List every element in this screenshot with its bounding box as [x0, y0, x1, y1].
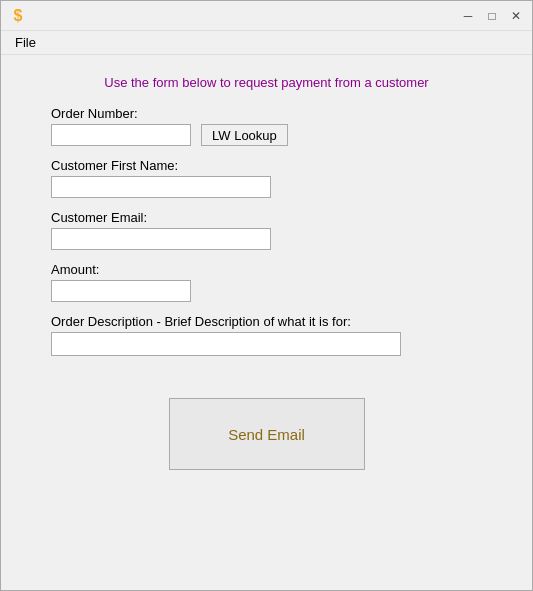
amount-group: Amount: [51, 262, 482, 302]
instruction-text: Use the form below to request payment fr… [51, 75, 482, 90]
customer-email-group: Customer Email: [51, 210, 482, 250]
content-area: Use the form below to request payment fr… [1, 55, 532, 590]
minimize-button[interactable]: ─ [460, 8, 476, 24]
file-menu[interactable]: File [7, 33, 44, 52]
title-bar-controls: ─ □ ✕ [460, 8, 524, 24]
description-label: Order Description - Brief Description of… [51, 314, 482, 329]
title-bar-left: $ [9, 7, 27, 25]
order-number-input[interactable] [51, 124, 191, 146]
description-group: Order Description - Brief Description of… [51, 314, 482, 356]
order-number-row: Order Number: LW Lookup [51, 106, 288, 146]
amount-label: Amount: [51, 262, 482, 277]
customer-firstname-label: Customer First Name: [51, 158, 482, 173]
title-bar: $ ─ □ ✕ [1, 1, 532, 31]
amount-input[interactable] [51, 280, 191, 302]
order-number-col: Order Number: [51, 106, 191, 146]
menu-bar: File [1, 31, 532, 55]
customer-email-label: Customer Email: [51, 210, 482, 225]
send-email-button[interactable]: Send Email [169, 398, 365, 470]
app-icon: $ [9, 7, 27, 25]
send-email-container: Send Email [51, 398, 482, 470]
lw-lookup-button[interactable]: LW Lookup [201, 124, 288, 146]
customer-firstname-input[interactable] [51, 176, 271, 198]
close-button[interactable]: ✕ [508, 8, 524, 24]
customer-firstname-group: Customer First Name: [51, 158, 482, 198]
main-window: $ ─ □ ✕ File Use the form below to reque… [0, 0, 533, 591]
maximize-button[interactable]: □ [484, 8, 500, 24]
customer-email-input[interactable] [51, 228, 271, 250]
order-number-label: Order Number: [51, 106, 191, 121]
description-input[interactable] [51, 332, 401, 356]
